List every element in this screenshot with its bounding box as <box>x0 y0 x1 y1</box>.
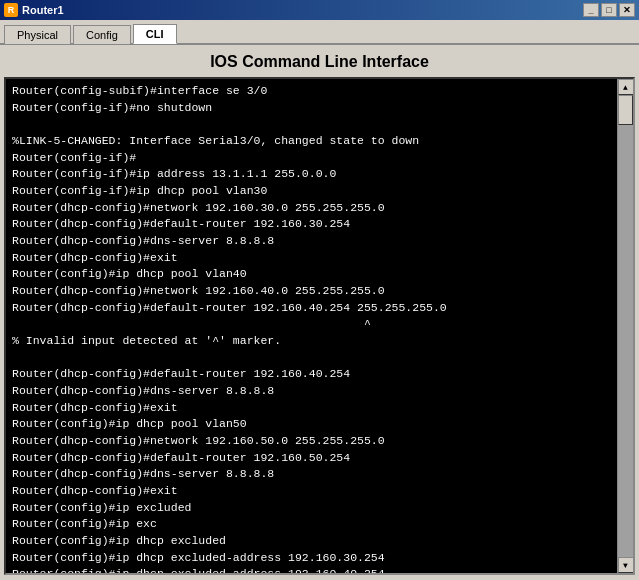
tab-config[interactable]: Config <box>73 25 131 44</box>
app-icon: R <box>4 3 18 17</box>
title-bar-left: R Router1 <box>4 3 64 17</box>
minimize-button[interactable]: _ <box>583 3 599 17</box>
scrollbar[interactable]: ▲ ▼ <box>617 79 633 573</box>
main-container: IOS Command Line Interface Router(config… <box>0 45 639 575</box>
title-bar-controls: _ □ ✕ <box>583 3 635 17</box>
window-title: Router1 <box>22 4 64 16</box>
terminal-content[interactable]: Router(config-subif)#interface se 3/0 Ro… <box>6 79 617 573</box>
title-bar: R Router1 _ □ ✕ <box>0 0 639 20</box>
scrollbar-down-button[interactable]: ▼ <box>618 557 634 573</box>
tab-physical[interactable]: Physical <box>4 25 71 44</box>
cli-heading: IOS Command Line Interface <box>0 45 639 77</box>
tab-cli[interactable]: CLI <box>133 24 177 44</box>
maximize-button[interactable]: □ <box>601 3 617 17</box>
close-button[interactable]: ✕ <box>619 3 635 17</box>
scrollbar-thumb[interactable] <box>618 95 633 125</box>
scrollbar-up-button[interactable]: ▲ <box>618 79 634 95</box>
tab-bar: Physical Config CLI <box>0 20 639 45</box>
terminal-wrapper: Router(config-subif)#interface se 3/0 Ro… <box>4 77 635 575</box>
scrollbar-track[interactable] <box>618 95 633 557</box>
